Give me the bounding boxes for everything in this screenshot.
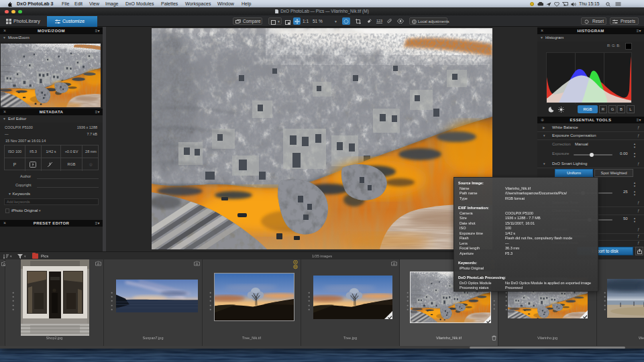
svg-text:123: 123 <box>376 19 382 23</box>
